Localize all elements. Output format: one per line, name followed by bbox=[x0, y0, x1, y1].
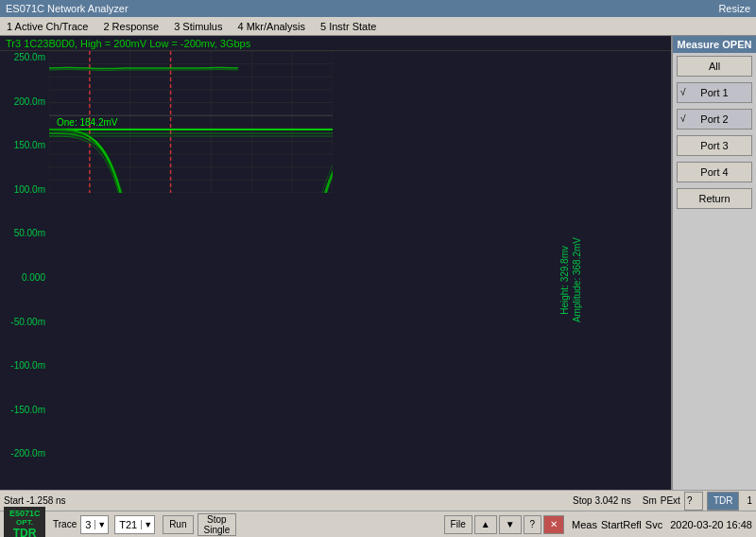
y-label-m150: -150.0m bbox=[0, 406, 49, 415]
checkmark-port2: √ bbox=[680, 113, 686, 124]
meas-label: Meas bbox=[572, 519, 597, 530]
y-label-250: 250.0m bbox=[0, 53, 49, 62]
sidebar-btn-port1[interactable]: √ Port 1 bbox=[677, 82, 752, 103]
channel-dropdown-icon[interactable]: ▼ bbox=[141, 520, 154, 529]
y-label-m200: -200.0m bbox=[0, 449, 49, 459]
y-label-0: 0.000 bbox=[0, 273, 49, 283]
menu-instr-state[interactable]: 5 Instr State bbox=[318, 20, 379, 33]
sidebar-btn-all-label: All bbox=[709, 61, 720, 72]
menu-response[interactable]: 2 Response bbox=[100, 20, 162, 33]
title-bar: ES071C Network Analyzer Resize bbox=[0, 0, 756, 17]
logo-line1: E5071C bbox=[9, 509, 40, 518]
tdr-text: TDR bbox=[9, 527, 40, 537]
run-btn[interactable]: Run bbox=[163, 515, 193, 534]
checkmark-port1: √ bbox=[680, 87, 686, 97]
y-label-m50: -50.00m bbox=[0, 318, 49, 327]
amplitude-label: Amplitude: 368.2mV bbox=[572, 237, 582, 322]
svc-label: Svc bbox=[645, 519, 662, 530]
stop-single-btn[interactable]: StopSingle bbox=[198, 513, 237, 536]
y-axis: 250.0m 200.0m 150.0m 100.0m 50.00m 0.000… bbox=[0, 51, 49, 490]
start-label: Start -1.258 ns bbox=[4, 495, 66, 506]
chart-container: Tr3 1C23B0D0, High = 200mV Low = -200mv,… bbox=[0, 36, 671, 490]
menu-mkr-analysis[interactable]: 4 Mkr/Analysis bbox=[234, 20, 308, 33]
svg-text:One: 184.2mV: One: 184.2mV bbox=[57, 117, 118, 128]
y-label-50: 50.00m bbox=[0, 229, 49, 238]
bottom-status-labels: Meas StartRefl Svc 2020-03-20 16:48 bbox=[572, 519, 752, 530]
chart-inner: 250.0m 200.0m 150.0m 100.0m 50.00m 0.000… bbox=[0, 51, 671, 490]
trace-num: 3 bbox=[81, 519, 94, 530]
menu-bar: 1 Active Ch/Trace 2 Response 3 Stimulus … bbox=[0, 17, 756, 36]
trace-dropdown-icon[interactable]: ▼ bbox=[94, 520, 108, 529]
height-label: Height: 329.8mv bbox=[559, 246, 570, 315]
up-btn[interactable]: ▲ bbox=[474, 515, 497, 534]
sidebar: Measure OPEN All √ Port 1 √ Port 2 Port … bbox=[671, 36, 756, 490]
channel-label: T21 bbox=[115, 519, 141, 530]
status-bar: Start -1.258 ns Stop 3.042 ns Sm PExt ? … bbox=[0, 490, 756, 511]
sidebar-btn-port3[interactable]: Port 3 bbox=[677, 135, 752, 156]
query-btn[interactable]: ? bbox=[684, 492, 703, 511]
sm-label: Sm bbox=[643, 495, 657, 506]
chart-svg: One: 184.2mV Zero: -184mV F80% R80% R20%… bbox=[49, 51, 333, 193]
sidebar-btn-port2-label: Port 2 bbox=[700, 113, 728, 125]
menu-stimulus[interactable]: 3 Stimulus bbox=[171, 20, 225, 33]
sidebar-btn-port4[interactable]: Port 4 bbox=[677, 162, 752, 182]
resize-btn[interactable]: Resize bbox=[718, 3, 750, 14]
stop-label: Stop 3.042 ns bbox=[573, 495, 631, 506]
sidebar-btn-port2[interactable]: √ Port 2 bbox=[677, 109, 752, 130]
sidebar-btn-port1-label: Port 1 bbox=[700, 87, 728, 98]
y-label-100: 100.0m bbox=[0, 185, 49, 195]
channel-selector[interactable]: T21 ▼ bbox=[114, 515, 155, 534]
bottom-right-buttons: File ▲ ▼ ? ✕ bbox=[444, 515, 565, 534]
y-label-150: 150.0m bbox=[0, 141, 49, 150]
sidebar-title: Measure OPEN bbox=[673, 36, 756, 53]
sidebar-btn-port4-label: Port 4 bbox=[700, 166, 728, 178]
sidebar-btn-all[interactable]: All bbox=[677, 56, 752, 77]
sidebar-btn-port3-label: Port 3 bbox=[700, 140, 728, 151]
help-btn[interactable]: ? bbox=[524, 515, 542, 534]
file-btn[interactable]: File bbox=[444, 515, 472, 534]
height-amplitude: Height: 329.8mv Amplitude: 368.2mV bbox=[559, 70, 582, 490]
toolbar: E5071C OPT. TDR Trace 3 ▼ T21 ▼ Run Stop… bbox=[0, 511, 756, 537]
menu-active-ch[interactable]: 1 Active Ch/Trace bbox=[4, 20, 91, 33]
pext-label: PExt bbox=[661, 495, 680, 506]
down-btn[interactable]: ▼ bbox=[499, 515, 522, 534]
trace-label: Trace bbox=[53, 519, 77, 529]
y-label-m100: -100.0m bbox=[0, 361, 49, 371]
trace-info: Tr3 1C23B0D0, High = 200mV Low = -200mv,… bbox=[0, 36, 671, 51]
number-1: 1 bbox=[747, 495, 752, 506]
tdr-logo: E5071C OPT. TDR bbox=[4, 507, 45, 537]
y-label-200: 200.0m bbox=[0, 97, 49, 107]
logo-line2: OPT. bbox=[9, 518, 40, 527]
app-title: ES071C Network Analyzer bbox=[6, 3, 129, 14]
tdr-status-btn[interactable]: TDR bbox=[707, 492, 740, 511]
datetime: 2020-03-20 16:48 bbox=[670, 519, 752, 530]
stop-label-text: StopSingle bbox=[204, 514, 231, 535]
close-btn[interactable]: ✕ bbox=[543, 515, 564, 534]
startrefl-label: StartRefl bbox=[601, 519, 642, 530]
main-content: Tr3 1C23B0D0, High = 200mV Low = -200mv,… bbox=[0, 36, 756, 490]
sidebar-btn-return-label: Return bbox=[698, 193, 730, 204]
trace-selector[interactable]: 3 ▼ bbox=[80, 515, 109, 534]
sidebar-btn-return[interactable]: Return bbox=[677, 188, 752, 209]
